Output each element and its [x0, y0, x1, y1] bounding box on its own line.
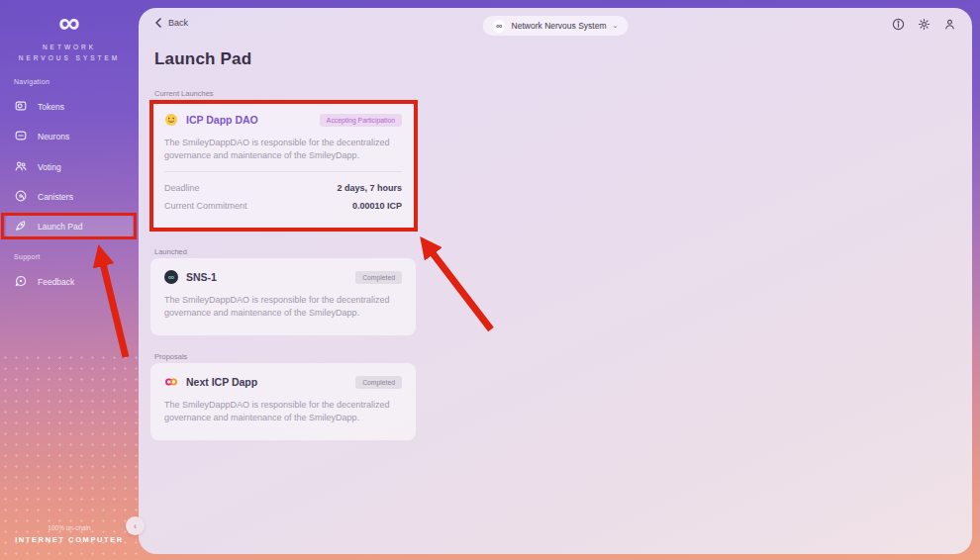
launch-name: SNS-1 [186, 271, 217, 283]
page-title: Launch Pad [154, 49, 251, 69]
icp-infinity-icon [164, 375, 178, 389]
gear-icon[interactable] [918, 18, 931, 31]
sidebar-item-label: Tokens [38, 102, 64, 112]
launched-label: Launched [154, 247, 187, 256]
chevron-left-icon [154, 18, 162, 28]
infinity-icon: ∞ [493, 20, 506, 33]
status-badge: Completed [355, 376, 402, 389]
launch-name: ICP Dapp DAO [186, 114, 258, 126]
support-section-label: Support [14, 253, 41, 260]
rocket-icon [14, 219, 28, 234]
current-launches-label: Current Launches [154, 89, 214, 98]
onchain-tagline: 100% on-chain [0, 524, 139, 531]
deadline-value: 2 days, 7 hours [337, 183, 402, 193]
launch-description: The SmileyDappDAO is responsible for the… [164, 137, 402, 162]
proposal-card-next-icp-dapp[interactable]: Next ICP Dapp Completed The SmileyDappDA… [150, 363, 416, 440]
sidebar-item-label: Feedback [38, 277, 74, 287]
back-button[interactable]: Back [154, 18, 188, 28]
navigation-section-label: Navigation [14, 78, 49, 85]
sidebar-item-feedback[interactable]: Feedback [6, 270, 133, 294]
chevron-down-icon: ⌄ [613, 22, 619, 30]
launch-name: Next ICP Dapp [186, 376, 257, 388]
sidebar-item-label: Launch Pad [38, 222, 82, 232]
sidebar-item-launch-pad[interactable]: Launch Pad [6, 213, 133, 239]
commitment-row: Current Commitment 0.00010 ICP [164, 197, 402, 215]
info-icon[interactable] [892, 18, 905, 31]
divider [164, 171, 402, 172]
sidebar-item-canisters[interactable]: Canisters [6, 185, 133, 209]
token-icon [14, 99, 28, 115]
sidebar-item-label: Voting [38, 162, 61, 172]
commitment-value: 0.00010 ICP [352, 201, 402, 211]
sidebar-item-label: Canisters [38, 192, 73, 202]
sidebar-item-voting[interactable]: Voting [6, 155, 133, 179]
proposals-label: Proposals [154, 352, 187, 361]
internet-computer-wordmark: INTERNET COMPUTER [0, 535, 139, 544]
sidebar: ∞ NETWORK NERVOUS SYSTEM Navigation Toke… [0, 0, 139, 560]
status-badge: Accepting Participation [320, 114, 402, 127]
main-panel: Back ∞ Network Nervous System ⌄ Launch P… [139, 8, 972, 554]
launched-card-sns1[interactable]: ∞ SNS-1 Completed The SmileyDappDAO is r… [150, 258, 416, 335]
canister-icon [14, 189, 28, 205]
collapse-sidebar-button[interactable]: ‹ [126, 516, 145, 535]
deadline-label: Deadline [164, 183, 200, 193]
neuron-icon [14, 129, 28, 144]
nns-logo-infinity-icon: ∞ [0, 8, 139, 38]
chevron-left-icon: ‹ [134, 521, 137, 531]
deadline-row: Deadline 2 days, 7 hours [164, 179, 402, 197]
sidebar-item-neurons[interactable]: Neurons [6, 125, 133, 148]
sidebar-item-tokens[interactable]: Tokens [6, 95, 133, 119]
smiley-emoji-icon [164, 113, 178, 127]
back-label: Back [168, 18, 188, 28]
current-launch-card-icp-dapp-dao[interactable]: ICP Dapp DAO Accepting Participation The… [150, 101, 416, 230]
nns-logo-title: NETWORK NERVOUS SYSTEM [15, 42, 124, 63]
sidebar-item-label: Neurons [38, 132, 69, 141]
project-selector-dropdown[interactable]: ∞ Network Nervous System ⌄ [483, 16, 629, 36]
launch-description: The SmileyDappDAO is responsible for the… [164, 399, 402, 424]
project-selector-label: Network Nervous System [512, 21, 607, 31]
commitment-label: Current Commitment [164, 201, 247, 211]
chat-bubble-icon [14, 274, 28, 290]
status-badge: Completed [355, 271, 402, 284]
account-icon[interactable] [943, 18, 956, 31]
launch-description: The SmileyDappDAO is responsible for the… [164, 294, 402, 320]
sns1-logo-icon: ∞ [164, 270, 178, 284]
voting-people-icon [14, 159, 28, 175]
